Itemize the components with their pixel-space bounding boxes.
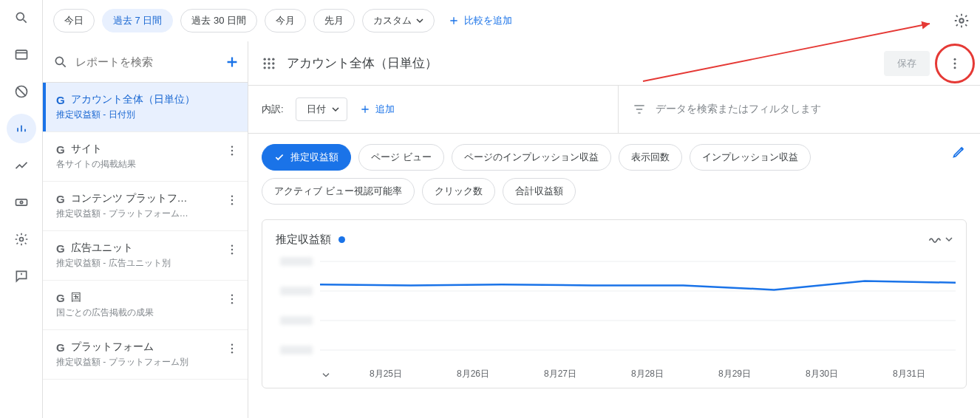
- svg-point-23: [264, 58, 266, 60]
- wave-icon: [928, 232, 942, 247]
- report-content: アカウント全体（日単位） 保存 内訳: 日付: [248, 41, 980, 418]
- svg-point-27: [268, 62, 270, 64]
- svg-point-31: [272, 66, 274, 69]
- svg-point-4: [20, 201, 22, 203]
- metric-label: 推定収益額: [290, 151, 338, 164]
- search-insights-icon[interactable]: [7, 3, 36, 32]
- breakdown-dropdown[interactable]: 日付: [296, 97, 347, 121]
- money-icon[interactable]: [7, 188, 36, 217]
- check-icon: [274, 152, 285, 162]
- add-comparison-button[interactable]: 比較を追加: [448, 14, 512, 27]
- report-title: プラットフォーム: [71, 340, 154, 354]
- report-subtitle: 推定収益額 - 日付別: [56, 109, 239, 121]
- more-menu-button[interactable]: [940, 49, 970, 78]
- gear-icon[interactable]: [7, 225, 36, 254]
- search-icon: [53, 55, 68, 69]
- metric-chip-estimated-earnings[interactable]: 推定収益額: [262, 144, 351, 171]
- svg-point-24: [268, 58, 270, 60]
- svg-point-9: [231, 150, 233, 151]
- svg-point-16: [231, 253, 233, 254]
- report-item-more-icon[interactable]: [225, 292, 239, 306]
- svg-point-22: [231, 352, 233, 353]
- date-chip-30days[interactable]: 過去 30 日間: [180, 9, 257, 32]
- plus-icon: [448, 15, 460, 27]
- web-icon[interactable]: [7, 40, 36, 69]
- svg-point-21: [231, 348, 233, 349]
- google-g-icon: G: [56, 193, 65, 205]
- svg-rect-1: [16, 50, 27, 59]
- report-item-platforms[interactable]: Gプラットフォーム 推定収益額 - プラットフォーム別: [43, 330, 248, 380]
- left-icon-rail: [0, 0, 43, 418]
- metric-chip-total-earnings[interactable]: 合計収益額: [503, 178, 576, 205]
- reports-list: Gアカウント全体（日単位） 推定収益額 - 日付別 Gサイト 各サイトの掲載結果: [43, 83, 248, 418]
- date-chip-last-month[interactable]: 先月: [313, 9, 355, 32]
- report-title: コンテンツ プラットフ…: [71, 192, 188, 205]
- apps-grid-icon[interactable]: [262, 56, 276, 71]
- metric-chip-clicks[interactable]: クリック数: [422, 178, 495, 205]
- metric-chip-impression-rpm[interactable]: インプレッション収益: [690, 144, 811, 171]
- filter-bar[interactable]: データを検索またはフィルタします: [618, 86, 980, 133]
- chart-type-toggle[interactable]: [928, 232, 953, 247]
- date-range-bar: 今日 過去 7 日間 過去 30 日間 今月 先月 カスタム 比較を追加: [43, 0, 980, 41]
- page-title: アカウント全体（日単位）: [287, 55, 438, 72]
- x-tick: 8月27日: [517, 368, 604, 380]
- report-item-account-daily[interactable]: Gアカウント全体（日単位） 推定収益額 - 日付別: [43, 83, 248, 132]
- settings-gear-icon[interactable]: [953, 13, 970, 29]
- report-item-countries[interactable]: G国 国ごとの広告掲載の成果: [43, 281, 248, 330]
- caret-down-icon: [332, 106, 339, 113]
- metric-chip-active-view[interactable]: アクティブ ビュー視認可能率: [262, 178, 415, 205]
- add-breakdown-label: 追加: [375, 103, 395, 116]
- date-chip-custom[interactable]: カスタム: [362, 9, 435, 32]
- svg-point-34: [954, 66, 956, 69]
- caret-down-icon: [416, 17, 423, 24]
- svg-point-0: [16, 13, 24, 20]
- svg-point-30: [268, 66, 270, 69]
- new-report-button[interactable]: [224, 54, 240, 70]
- metric-chip-page-rpm[interactable]: ページのインプレッション収益: [452, 144, 611, 171]
- svg-point-32: [954, 58, 956, 60]
- svg-point-15: [231, 249, 233, 250]
- report-subtitle: 推定収益額 - プラットフォーム…: [56, 208, 221, 220]
- trend-icon[interactable]: [7, 151, 36, 180]
- report-item-sites[interactable]: Gサイト 各サイトの掲載結果: [43, 132, 248, 182]
- reports-icon[interactable]: [7, 114, 36, 143]
- add-breakdown-button[interactable]: 追加: [359, 103, 395, 116]
- report-item-more-icon[interactable]: [225, 342, 239, 355]
- caret-down-icon: [945, 236, 953, 243]
- svg-point-17: [231, 295, 233, 296]
- svg-point-14: [231, 245, 233, 247]
- chart-plot: [320, 254, 956, 365]
- report-item-more-icon[interactable]: [225, 144, 239, 157]
- metric-chip-impressions[interactable]: 表示回数: [619, 144, 682, 171]
- report-subtitle: 推定収益額 - プラットフォーム別: [56, 356, 221, 369]
- date-chip-7days[interactable]: 過去 7 日間: [102, 9, 173, 32]
- search-reports-input[interactable]: [75, 55, 217, 68]
- svg-point-26: [264, 62, 266, 64]
- save-button[interactable]: 保存: [884, 51, 930, 76]
- chart-card: 推定収益額: [262, 219, 967, 388]
- svg-point-25: [272, 58, 274, 60]
- breakdown-value: 日付: [307, 103, 326, 116]
- feedback-icon[interactable]: [7, 261, 36, 291]
- svg-point-12: [231, 199, 233, 201]
- report-item-more-icon[interactable]: [225, 243, 239, 256]
- report-item-content-platform[interactable]: Gコンテンツ プラットフ… 推定収益額 - プラットフォーム…: [43, 182, 248, 231]
- report-item-more-icon[interactable]: [225, 193, 239, 207]
- block-icon[interactable]: [7, 77, 36, 106]
- breakdown-label: 内訳:: [262, 103, 284, 116]
- svg-point-18: [231, 298, 233, 300]
- svg-point-13: [231, 203, 233, 205]
- report-title: サイト: [71, 143, 102, 156]
- svg-rect-3: [16, 199, 27, 205]
- x-tick: 8月31日: [865, 368, 953, 380]
- reports-sidebar: Gアカウント全体（日単位） 推定収益額 - 日付別 Gサイト 各サイトの掲載結果: [43, 41, 248, 418]
- report-item-ad-units[interactable]: G広告ユニット 推定収益額 - 広告ユニット別: [43, 231, 248, 281]
- metric-chip-pageviews[interactable]: ページ ビュー: [358, 144, 444, 171]
- report-title: アカウント全体（日単位）: [71, 93, 195, 106]
- svg-point-28: [272, 62, 274, 64]
- date-chip-this-month[interactable]: 今月: [265, 9, 306, 32]
- date-chip-today[interactable]: 今日: [53, 9, 95, 32]
- x-tick: 8月30日: [778, 368, 865, 380]
- chart-expand-toggle[interactable]: [320, 369, 342, 380]
- edit-metrics-icon[interactable]: [952, 144, 967, 159]
